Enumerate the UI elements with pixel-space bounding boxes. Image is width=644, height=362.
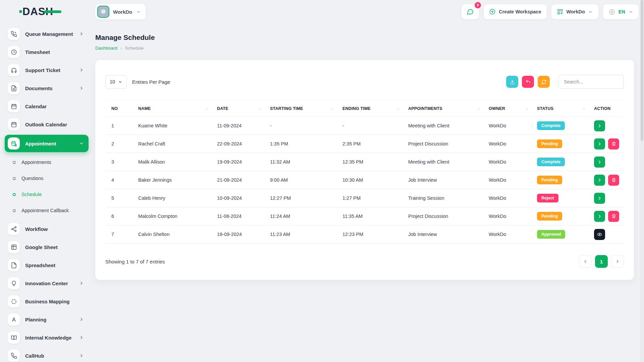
view-details-button[interactable] [594,175,605,186]
view-details-button[interactable] [594,211,605,222]
sidebar-item-queue-management[interactable]: Queue Management [5,25,89,43]
column-header-owner[interactable]: OWNER↑↓ [483,101,531,117]
chevron-right-icon [597,214,602,219]
dashed-circle-icon [8,295,20,307]
workspace-selector[interactable]: WorkDo [95,4,146,19]
chevron-right-icon [79,32,84,36]
export-download-button[interactable] [506,76,518,88]
language-selector[interactable]: EN [603,4,639,19]
view-details-button[interactable] [594,157,605,168]
sidebar-item-callhub[interactable]: CallHub [5,347,89,362]
status-badge: Complete [537,158,565,166]
column-header-appointments[interactable]: APPOINTMENTS↑↓ [402,101,483,117]
chevron-down-icon [588,9,593,14]
logo-bar [44,10,61,13]
undo-back-button[interactable] [522,76,534,88]
chevron-right-icon [597,160,602,164]
main-content: Manage Schedule Dashboard › Schedule 10 … [95,23,644,362]
column-header-ending-time[interactable]: ENDING TIME↑↓ [336,101,402,117]
sidebar-item-planning[interactable]: Planning [5,310,89,328]
bullet-icon [13,161,16,164]
view-details-button[interactable] [594,193,605,204]
trash-icon [611,178,616,182]
pagination: 1 [579,255,624,268]
status-badge: Complete [537,121,565,130]
download-icon [509,79,515,85]
column-header-name[interactable]: NAME↑↓ [132,101,211,117]
chevron-right-icon [597,196,602,200]
phone-call-icon [8,28,20,40]
trash-icon [611,141,616,146]
delete-button[interactable] [608,211,619,222]
chevron-right-icon [79,281,84,286]
bullet-icon [13,209,16,212]
previous-page-button[interactable] [579,255,592,268]
letter-a-icon [8,313,20,325]
search-input[interactable] [558,75,624,89]
sidebar-subitem-appointments[interactable]: Appointments [5,154,89,170]
delete-button[interactable] [608,138,619,149]
bullet-icon [13,193,16,196]
table-row: 5 Caleb Henry 10-09-2024 12:27 PM 1:27 P… [105,189,624,207]
sidebar-item-google-sheet[interactable]: Google Sheet [5,238,89,256]
sidebar-item-timesheet[interactable]: Timesheet [5,43,89,61]
chevron-down-icon [118,80,122,84]
breadcrumb-dashboard-link[interactable]: Dashboard [95,46,117,51]
table-controls: 10 Entries Per Page [105,75,624,89]
chevron-down-icon [79,141,84,146]
calendar-icon [8,100,20,112]
table-header-row: NO NAME↑↓ DATE↑↓ STARTING TIME↑↓ ENDING … [105,100,624,117]
column-header-starting-time[interactable]: STARTING TIME↑↓ [264,101,336,117]
sort-icon: ↑↓ [583,107,585,111]
sidebar-item-outlook-calendar[interactable]: Outlook Calendar [5,115,89,133]
sidebar-item-internal-knowledge[interactable]: Internal Knowledge [5,328,89,347]
view-details-button[interactable] [594,138,605,149]
sidebar-item-business-mapping[interactable]: Business Mapping [5,292,89,310]
table-footer: Showing 1 to 7 of 7 entries 1 [105,255,624,268]
sort-icon: ↑↓ [259,107,261,111]
chevron-down-icon [136,9,141,14]
brand-logo[interactable]: DASH [22,6,53,18]
sidebar-item-spreadsheet[interactable]: Spreadsheet [5,256,89,274]
sidebar-item-appointment[interactable]: Appointment [5,135,89,152]
column-header-date[interactable]: DATE↑↓ [211,101,264,117]
breadcrumb-separator: › [120,46,122,51]
sidebar-item-innovation-center[interactable]: Innovation Center [5,274,89,292]
sidebar-subitem-schedule[interactable]: Schedule [5,186,89,202]
column-header-status[interactable]: STATUS↑↓ [531,101,588,117]
chevron-right-icon [79,68,84,72]
view-details-button[interactable] [594,120,605,131]
sidebar-item-calendar[interactable]: Calendar [5,97,89,115]
sort-icon: ↑↓ [206,107,208,111]
chevron-right-icon [597,178,602,182]
table-toolbar [506,75,624,89]
file-icon [8,259,20,271]
calendar-icon [8,118,20,130]
page-scrollbar[interactable] [640,0,644,362]
refresh-button[interactable] [538,76,550,88]
workspace-menu-button[interactable]: WorkDo [551,4,598,19]
chevron-right-icon [79,317,84,322]
sidebar-item-documents[interactable]: Documents [5,79,89,97]
sidebar-subitem-appointment-callback[interactable]: Appointment Callback [5,202,89,219]
table-row: 4 Baker Jennings 21-08-2024 9:00 AM 10:3… [105,171,624,189]
globe-icon [608,8,615,15]
scrollbar-thumb[interactable] [641,0,643,141]
breadcrumb-current: Schedule [125,46,144,51]
status-badge: Approved [537,230,565,239]
preview-button[interactable] [594,229,605,240]
chevron-right-icon [79,353,84,358]
next-page-button[interactable] [611,255,624,268]
page-1-button[interactable]: 1 [595,255,608,268]
sidebar-item-support-ticket[interactable]: Support Ticket [5,61,89,79]
breadcrumb: Dashboard › Schedule [95,46,634,51]
workflow-icon [8,223,20,235]
messages-button[interactable]: 0 [462,4,479,19]
sidebar-item-workflow[interactable]: Workflow [5,220,89,238]
entries-per-page-select[interactable]: 10 [105,75,127,89]
delete-button[interactable] [608,175,619,186]
sidebar-subitem-questions[interactable]: Questions [5,170,89,186]
calendar-clock-icon [8,137,20,149]
table-row: 2 Rachel Craft 22-09-2024 1:35 PM 2:35 P… [105,135,624,153]
create-workspace-button[interactable]: Create Workspace [484,4,546,19]
